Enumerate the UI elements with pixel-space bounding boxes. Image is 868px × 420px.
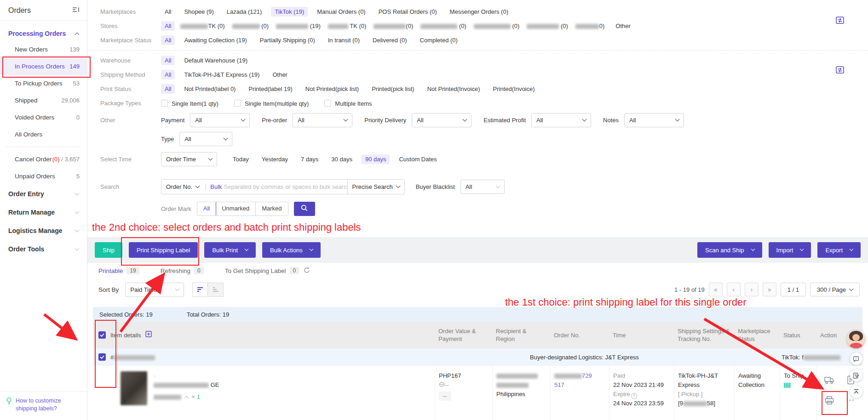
store-chip[interactable]: TK (0) [328,23,367,29]
estimated-profit-select[interactable]: All [531,113,591,127]
time-chip-custom[interactable]: Custom Dates [395,154,440,164]
filter-chip-active[interactable]: All [161,21,175,31]
order-mark-unmarked[interactable]: Unmarked [216,202,256,216]
search-field-select[interactable]: Order No. [161,183,204,190]
filter-chip[interactable]: Messenger Orders (0) [446,7,512,17]
prev-page-button[interactable]: ‹ [727,283,741,296]
store-chip[interactable]: (19) [276,23,321,29]
filter-chip-active[interactable]: All [161,56,175,65]
back-to-top-icon[interactable] [850,386,862,398]
sidebar-item-to-pickup-orders[interactable]: To Pickup Orders53 [0,75,87,92]
order-checkbox[interactable] [98,353,106,361]
filter-chip[interactable]: POS Retail Orders (0) [375,7,441,17]
filter-chip[interactable]: Other [612,21,634,31]
per-page-select[interactable]: 300 / Page [810,283,860,296]
shipping-filter-expand-icon[interactable] [836,66,844,75]
sidebar-item-all-orders[interactable]: All Orders [0,126,87,143]
sidebar-group-order-tools[interactable]: Order Tools [0,240,87,258]
store-chip[interactable]: (0) [474,23,520,29]
filter-chip[interactable]: Printed(pick list) [368,84,418,94]
support-avatar[interactable] [847,330,865,348]
last-page-button[interactable]: » [763,283,776,296]
filter-chip-active[interactable]: All [161,84,175,94]
time-chip-yesterday[interactable]: Yesterday [258,154,292,164]
ship-order-icon[interactable] [823,374,835,386]
filter-chip[interactable]: All [161,7,175,17]
precise-search-select[interactable]: Precise Search [347,180,404,194]
export-button[interactable]: Export [817,242,861,258]
time-type-select[interactable]: Order Time [161,152,217,166]
order-mark-all[interactable]: All [197,202,216,216]
sidebar-item-shipped[interactable]: Shipped29,006 [0,92,87,109]
bulk-actions-button[interactable]: Bulk Actions [262,242,321,258]
filter-chip[interactable]: Shopee (9) [180,7,217,17]
priority-delivery-select[interactable]: All [412,113,471,127]
sort-descending-button[interactable] [192,283,208,297]
filter-chip[interactable]: Printed(Invoice) [489,84,539,94]
filter-chip-active[interactable]: All [161,70,175,79]
checkbox-single-item-multi-qty[interactable] [234,100,241,107]
sidebar-group-return-manage[interactable]: Return Manage [0,203,87,221]
checkbox-single-item-1qty[interactable] [161,100,168,107]
search-button[interactable] [294,202,315,216]
store-chip[interactable]: (0) [420,23,466,29]
filter-chip-active[interactable]: TikTok (19) [271,7,308,17]
help-link[interactable]: How to customize shipping labels? [16,397,80,413]
store-chip[interactable]: TK (0) [180,23,224,29]
filter-chip[interactable]: Delivered (0) [369,35,410,45]
sidebar-group-logistics-manage[interactable]: Logistics Manage [0,221,87,240]
print-label-icon[interactable] [823,394,835,406]
print-shipping-label-button[interactable]: Print Shipping Label [129,242,198,258]
sidebar-item-unpaid-orders[interactable]: Unpaid Orders5 [0,168,87,185]
filter-chip-active[interactable]: All [161,35,175,45]
payment-select[interactable]: All [190,113,250,127]
tab-to-get-shipping-label[interactable]: To Get Shipping Label0 [225,267,310,275]
notes-select[interactable]: All [624,113,684,127]
filter-chip[interactable]: TikTok-PH-J&T Express (19) [180,70,263,79]
time-chip-30days[interactable]: 30 days [328,154,356,164]
filter-chip[interactable]: Awaiting Collection (19) [180,35,250,45]
order-mark-marked[interactable]: Marked [256,202,287,216]
tab-printable[interactable]: Printable19 [98,267,139,274]
collapse-variation-icon[interactable] [184,396,189,401]
checkbox-multiple-items[interactable] [324,100,331,107]
store-chip[interactable]: (0) [527,23,568,29]
sidebar-item-in-process-orders[interactable]: In Process Orders149 [0,58,87,75]
sidebar-group-order-entry[interactable]: Order Entry [0,185,87,203]
filter-chip[interactable]: Lazada (121) [223,7,266,17]
filter-chip[interactable]: Not Printed(pick list) [302,84,362,94]
time-chip-today[interactable]: Today [229,154,253,164]
store-chip[interactable]: 0) [575,23,605,29]
first-page-button[interactable]: « [709,283,723,296]
bulk-print-button[interactable]: Bulk Print [204,242,256,258]
buyer-blacklist-select[interactable]: All [460,180,505,194]
ship-button[interactable]: Ship [95,242,122,258]
time-chip-7days[interactable]: 7 days [297,154,322,164]
sort-by-select[interactable]: Paid Time [125,283,184,297]
tab-refreshing[interactable]: Refreshing0 [161,267,204,274]
note-edit-icon[interactable] [850,369,862,381]
preorder-select[interactable]: All [293,113,352,127]
store-chip[interactable]: (0) [232,23,269,29]
store-filter-expand-icon[interactable] [836,17,844,26]
sidebar-item-cancel-order[interactable]: Cancel Order (0) / 3,657 [0,151,87,168]
collapse-sidebar-icon[interactable] [72,6,80,15]
sidebar-item-voided-orders[interactable]: Voided Orders0 [0,109,87,126]
search-input[interactable] [224,183,347,190]
sort-ascending-button[interactable] [208,283,224,297]
filter-chip[interactable]: Other [269,70,291,79]
filter-chip[interactable]: In transit (0) [324,35,363,45]
next-page-button[interactable]: › [745,283,759,296]
select-all-checkbox[interactable] [98,331,106,339]
type-select[interactable]: All [179,132,232,146]
filter-chip[interactable]: Completed (0) [416,35,461,45]
chat-icon[interactable] [850,352,862,365]
filter-chip[interactable]: Not Printed(Invoice) [424,84,484,94]
store-chip[interactable]: (0) [374,23,413,29]
filter-chip[interactable]: Printed(label 19) [245,84,296,94]
time-chip-90days-active[interactable]: 90 days [362,154,390,164]
scan-and-ship-button[interactable]: Scan and Ship [697,242,762,258]
bulk-toggle[interactable]: Bulk [210,183,222,190]
import-button[interactable]: Import [769,242,811,258]
filter-chip[interactable]: Default Warehouse (19) [180,56,251,65]
